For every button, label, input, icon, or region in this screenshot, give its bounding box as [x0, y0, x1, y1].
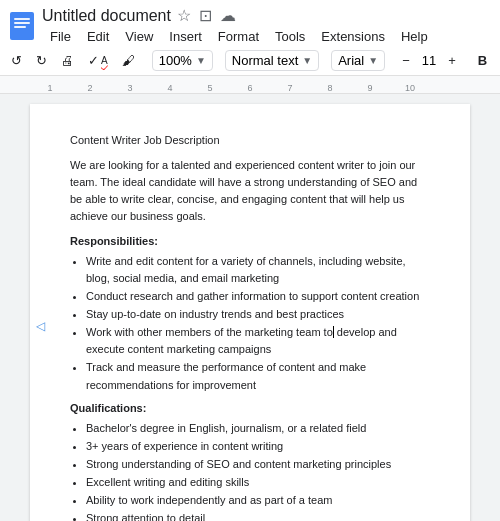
svg-rect-2 [14, 22, 30, 24]
svg-rect-1 [14, 18, 30, 20]
folder-icon[interactable]: ⊡ [199, 6, 212, 25]
menu-edit[interactable]: Edit [79, 27, 117, 46]
ruler-mark-4: 5 [207, 83, 212, 93]
list-item: Strong understanding of SEO and content … [86, 456, 430, 473]
print-icon: 🖨 [61, 53, 74, 68]
font-dropdown[interactable]: Arial ▼ [331, 50, 385, 71]
ruler-marks: 1 2 3 4 5 6 7 8 9 10 [50, 76, 500, 93]
font-size-value: 11 [419, 53, 439, 68]
font-chevron: ▼ [368, 55, 378, 66]
menu-file[interactable]: File [42, 27, 79, 46]
list-item: Conduct research and gather information … [86, 288, 430, 305]
qualifications-list: Bachelor's degree in English, journalism… [86, 420, 430, 521]
list-item: Write and edit content for a variety of … [86, 253, 430, 287]
list-item: Strong attention to detail [86, 510, 430, 521]
document-page[interactable]: ◁ Content Writer Job Description We are … [30, 104, 470, 521]
zoom-value: 100% [159, 53, 192, 68]
ruler-mark-6: 7 [287, 83, 292, 93]
intro-paragraph: We are looking for a talented and experi… [70, 157, 430, 225]
menu-format[interactable]: Format [210, 27, 267, 46]
ruler-mark-5: 6 [247, 83, 252, 93]
font-size-plus-button[interactable]: + [443, 50, 461, 71]
list-item: Stay up-to-date on industry trends and b… [86, 306, 430, 323]
text-style-dropdown[interactable]: Normal text ▼ [225, 50, 319, 71]
page-content: Content Writer Job Description We are lo… [70, 132, 430, 521]
menu-bar: File Edit View Insert Format Tools Exten… [42, 27, 490, 46]
list-item: Bachelor's degree in English, journalism… [86, 420, 430, 437]
list-item: Work with other members of the marketing… [86, 324, 430, 358]
ruler-mark-9: 10 [405, 83, 415, 93]
paint-icon: 🖌 [122, 53, 135, 68]
ruler-mark-3: 4 [167, 83, 172, 93]
list-item: Excellent writing and editing skills [86, 474, 430, 491]
ruler-mark-7: 8 [327, 83, 332, 93]
ruler-mark-1: 2 [87, 83, 92, 93]
title-icons: ☆ ⊡ ☁ [177, 6, 236, 25]
text-cursor [333, 326, 334, 338]
svg-rect-3 [14, 26, 26, 28]
menu-insert[interactable]: Insert [161, 27, 210, 46]
doc-icon [10, 12, 34, 40]
cloud-icon[interactable]: ☁ [220, 6, 236, 25]
zoom-chevron: ▼ [196, 55, 206, 66]
responsibilities-list: Write and edit content for a variety of … [86, 253, 430, 393]
responsibilities-heading: Responsibilities: [70, 233, 430, 250]
menu-extensions[interactable]: Extensions [313, 27, 393, 46]
text-style-chevron: ▼ [302, 55, 312, 66]
list-item: Ability to work independently and as par… [86, 492, 430, 509]
margin-arrow[interactable]: ◁ [36, 319, 45, 333]
list-item: 3+ years of experience in content writin… [86, 438, 430, 455]
minus-icon: − [402, 53, 410, 68]
title-row: Untitled document ☆ ⊡ ☁ [42, 6, 490, 25]
menu-tools[interactable]: Tools [267, 27, 313, 46]
plus-icon: + [448, 53, 456, 68]
content-area: ◁ Content Writer Job Description We are … [0, 94, 500, 521]
font-value: Arial [338, 53, 364, 68]
ruler-mark-8: 9 [367, 83, 372, 93]
list-item: Track and measure the performance of con… [86, 359, 430, 393]
title-area: Untitled document ☆ ⊡ ☁ File Edit View I… [42, 6, 490, 46]
spellcheck-icon: ✓ [88, 53, 99, 68]
print-button[interactable]: 🖨 [56, 50, 79, 71]
menu-help[interactable]: Help [393, 27, 436, 46]
italic-button[interactable]: I [496, 50, 500, 71]
toolbar: ↺ ↻ 🖨 ✓A 🖌 100% ▼ Normal text ▼ Arial ▼ … [0, 46, 500, 76]
menu-view[interactable]: View [117, 27, 161, 46]
ruler-mark-0: 1 [47, 83, 52, 93]
qualifications-heading: Qualifications: [70, 400, 430, 417]
undo-button[interactable]: ↺ [6, 50, 27, 71]
text-style-value: Normal text [232, 53, 298, 68]
title-bar: Untitled document ☆ ⊡ ☁ File Edit View I… [0, 0, 500, 46]
ruler-mark-2: 3 [127, 83, 132, 93]
doc-title[interactable]: Untitled document [42, 7, 171, 25]
zoom-dropdown[interactable]: 100% ▼ [152, 50, 213, 71]
bold-icon: B [478, 53, 487, 68]
paint-button[interactable]: 🖌 [117, 50, 140, 71]
bold-button[interactable]: B [473, 50, 492, 71]
spellcheck-button[interactable]: ✓A [83, 50, 113, 71]
redo-button[interactable]: ↻ [31, 50, 52, 71]
star-icon[interactable]: ☆ [177, 6, 191, 25]
font-size-minus-button[interactable]: − [397, 50, 415, 71]
document-title: Content Writer Job Description [70, 132, 430, 149]
ruler: 1 2 3 4 5 6 7 8 9 10 [0, 76, 500, 94]
